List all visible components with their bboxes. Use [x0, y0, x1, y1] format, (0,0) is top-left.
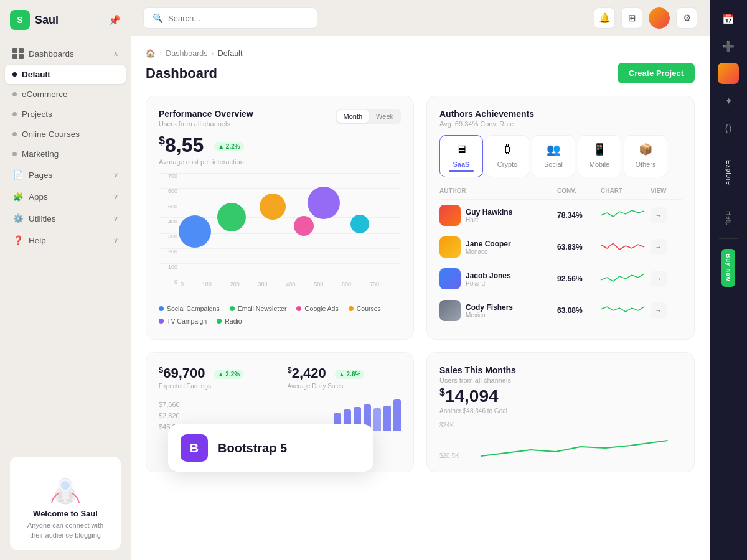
create-project-button[interactable]: Create Project [618, 63, 695, 83]
chevron-pages: ∨ [113, 171, 118, 179]
bootstrap-title: Bootstrap 5 [218, 441, 287, 455]
saas-icon: 🖥 [453, 141, 470, 158]
sparkline-2 [601, 240, 644, 254]
add-btn[interactable]: ➕ [717, 35, 740, 57]
svg-rect-5 [59, 499, 64, 502]
plus-icon: ➕ [722, 40, 735, 52]
bubble-6 [350, 215, 369, 233]
daily-sales: $2,420 ▲ 2.6% Average Daily Sales [288, 365, 402, 390]
grid-icon: ⊞ [628, 12, 636, 24]
sidebar-item-online-courses[interactable]: Online Courses [5, 124, 126, 144]
sparkline-4 [601, 303, 644, 318]
authors-subtitle: Avg. 69.34% Conv. Rate [439, 120, 534, 128]
sidebar-item-marketing[interactable]: Marketing [5, 144, 126, 164]
view-btn-2[interactable]: → [651, 239, 667, 255]
sidebar-item-utilities[interactable]: ⚙️ Utilities ∨ [5, 208, 126, 229]
tab-underline-others [633, 170, 658, 172]
sales-values: $14,094 Another $48,346 to Goal [439, 386, 682, 414]
sidebar-label-default: Default [22, 70, 50, 79]
panel-divider-2 [719, 198, 738, 198]
authors-card-header: Authors Achievements Avg. 69.34% Conv. R… [439, 109, 682, 128]
panel-divider [719, 147, 738, 147]
settings-icon: ⚙ [683, 12, 691, 24]
mini-chart-2 [601, 240, 651, 254]
tab-social[interactable]: 👥 Social [532, 135, 575, 177]
pin-icon[interactable]: 📌 [108, 14, 121, 26]
legend-social: Social Campaigns [159, 305, 220, 312]
sidebar-label-help: Help [29, 236, 46, 245]
author-info-1: Guy Hawkins Haiti [439, 205, 557, 226]
user-avatar[interactable] [649, 7, 670, 29]
code-btn[interactable]: ⟨⟩ [717, 117, 740, 139]
sidebar-item-pages[interactable]: 📄 Pages ∨ [5, 164, 126, 185]
astronaut-image [40, 472, 90, 509]
author-avatar-1 [439, 205, 461, 226]
dashboards-icon [12, 48, 24, 59]
panel-divider-3 [719, 238, 738, 239]
breadcrumb: 🏠 › Dashboards › Default [146, 49, 695, 58]
tab-others[interactable]: 📦 Others [624, 135, 667, 177]
tab-saas[interactable]: 🖥 SaaS [439, 135, 483, 177]
authors-card: Authors Achievements Avg. 69.34% Conv. R… [426, 96, 695, 340]
notifications-btn[interactable]: 🔔 [594, 7, 615, 29]
breadcrumb-dashboards[interactable]: Dashboards [166, 49, 207, 58]
help-label[interactable]: Help [725, 206, 732, 231]
search-box[interactable]: 🔍 [143, 7, 317, 29]
nav-dot-projects [12, 112, 17, 116]
code-icon: ⟨⟩ [725, 123, 732, 134]
home-icon[interactable]: 🏠 [146, 49, 156, 58]
legend-radio: Radio [217, 317, 242, 325]
search-input[interactable] [168, 14, 308, 23]
topbar-right: 🔔 ⊞ ⚙ [594, 7, 697, 29]
week-toggle[interactable]: Week [370, 110, 400, 123]
tab-mobile[interactable]: 📱 Mobile [578, 135, 621, 177]
chevron-apps: ∨ [113, 193, 118, 201]
svg-rect-6 [67, 499, 72, 502]
view-btn-3[interactable]: → [651, 271, 667, 287]
calendar-icon: 📅 [722, 13, 735, 25]
sparkle-btn[interactable]: ✦ [717, 90, 740, 112]
sidebar-item-dashboards[interactable]: Dashboards ∧ [5, 43, 126, 64]
chart-plot-area [159, 173, 401, 279]
bubble-2 [217, 203, 246, 231]
grid-btn[interactable]: ⊞ [621, 7, 642, 29]
view-btn-4[interactable]: → [651, 302, 667, 319]
tab-crypto[interactable]: ₿ Crypto [486, 135, 529, 177]
breadcrumb-current: Default [218, 49, 243, 58]
earnings-card: $69,700 ▲ 2.2% Expected Earnings $2,420 … [146, 352, 414, 472]
author-avatar-3 [439, 268, 461, 289]
performance-card: Performance Overview Users from all chan… [146, 96, 414, 340]
others-icon: 📦 [637, 141, 654, 158]
settings-btn[interactable]: ⚙ [676, 7, 697, 29]
explore-label[interactable]: Explore [725, 155, 732, 190]
sidebar-item-default[interactable]: Default [5, 65, 126, 84]
perf-value-label: Avarage cost per interaction [159, 158, 401, 166]
avatar-btn[interactable] [717, 62, 740, 85]
utilities-icon: ⚙️ [12, 213, 24, 224]
table-row: Jane Cooper Monaco 63.83% → [439, 231, 682, 263]
tab-underline-saas [449, 170, 474, 172]
earn-badge-2: ▲ 2.6% [335, 370, 364, 379]
pages-icon: 📄 [12, 169, 24, 180]
table-row: Jacob Jones Poland 92.56% → [439, 263, 682, 295]
month-toggle[interactable]: Month [337, 110, 369, 123]
sidebar-item-help[interactable]: ❓ Help ∨ [5, 230, 126, 251]
sidebar-item-apps[interactable]: 🧩 Apps ∨ [5, 186, 126, 207]
chevron-icon: ∧ [113, 50, 118, 58]
search-icon: 🔍 [153, 13, 163, 23]
sparkline-1 [601, 208, 644, 223]
sidebar-item-ecommerce[interactable]: eCommerce [5, 85, 126, 104]
author-info-3: Jacob Jones Poland [439, 268, 557, 289]
sales-line-chart [467, 422, 682, 459]
view-btn-1[interactable]: → [651, 207, 667, 223]
calendar-btn[interactable]: 📅 [717, 7, 740, 30]
sidebar-label-dashboards: Dashboards [29, 49, 74, 58]
mobile-icon: 📱 [591, 141, 608, 158]
sidebar-item-projects[interactable]: Projects [5, 105, 126, 124]
social-icon: 👥 [545, 141, 562, 158]
table-row: Cody Fishers Mexico 63.08% → [439, 295, 682, 327]
author-avatar-4 [439, 300, 461, 321]
tab-underline-social [541, 170, 566, 172]
buy-now-button[interactable]: Buy now [721, 249, 735, 287]
chevron-utilities: ∨ [113, 215, 118, 223]
